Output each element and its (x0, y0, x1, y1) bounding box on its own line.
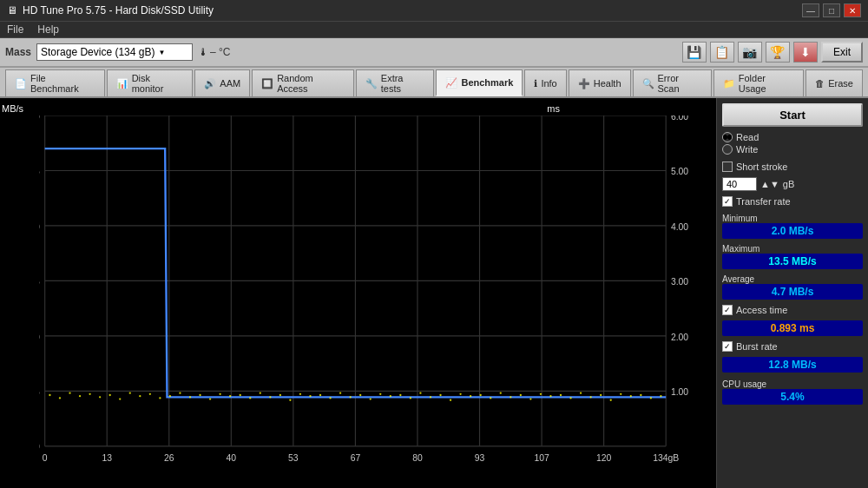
transfer-rate-checkbox[interactable]: ✓ (722, 196, 733, 207)
maximum-value: 13.5 MB/s (722, 254, 863, 269)
svg-text:7.5: 7.5 (39, 277, 40, 287)
transfer-rate-row[interactable]: ✓ Transfer rate (722, 196, 863, 207)
svg-text:26: 26 (164, 453, 174, 463)
svg-text:5.00: 5.00 (671, 167, 688, 176)
svg-point-81 (660, 395, 661, 397)
toolbar-icon-2[interactable]: 📋 (710, 42, 734, 63)
app-icon: 🖥 (7, 4, 17, 16)
tab-info[interactable]: ℹ Info (524, 69, 566, 96)
burst-rate-checkbox[interactable]: ✓ (722, 341, 733, 352)
toolbar-icons: 💾 📋 📷 🏆 ⬇ Exit (682, 42, 863, 63)
toolbar-icon-4[interactable]: 🏆 (766, 42, 790, 63)
tab-extra-tests[interactable]: 🔧 Extra tests (356, 69, 435, 96)
svg-text:80: 80 (412, 453, 423, 463)
radio-read-button[interactable] (722, 132, 733, 142)
tab-erase[interactable]: 🗑 Erase (806, 69, 863, 96)
svg-text:2.5: 2.5 (39, 387, 40, 397)
svg-point-71 (560, 394, 562, 396)
stat-average: Average 4.7 MB/s (722, 273, 863, 300)
device-label: Mass (5, 46, 31, 58)
svg-point-49 (339, 392, 341, 394)
radio-write-button[interactable] (722, 144, 733, 155)
tab-disk-monitor-label: Disk monitor (132, 73, 184, 94)
menu-file[interactable]: File (7, 23, 23, 36)
svg-point-76 (610, 399, 612, 401)
error-scan-icon: 🔍 (642, 78, 654, 89)
toolbar-icon-1[interactable]: 💾 (682, 42, 707, 63)
svg-point-65 (500, 392, 502, 394)
svg-point-52 (370, 398, 372, 399)
tab-folder-usage[interactable]: 📁 Folder Usage (713, 69, 804, 96)
svg-point-74 (589, 396, 591, 398)
svg-point-40 (249, 397, 251, 399)
svg-text:0: 0 (39, 442, 40, 452)
start-button[interactable]: Start (722, 103, 863, 127)
tab-folder-usage-label: Folder Usage (739, 73, 794, 94)
tab-file-benchmark[interactable]: 📄 File Benchmark (5, 69, 105, 96)
svg-point-37 (219, 393, 220, 395)
radio-write[interactable]: Write (722, 144, 863, 155)
svg-point-38 (229, 395, 231, 397)
device-select[interactable]: Storage Device (134 gB) ▼ (36, 43, 193, 61)
svg-point-29 (139, 395, 141, 397)
cpu-usage-label: CPU usage (722, 379, 863, 389)
tab-health[interactable]: ➕ Health (569, 69, 631, 96)
svg-text:1.00: 1.00 (671, 387, 688, 397)
svg-point-30 (149, 393, 151, 395)
minimum-value: 2.0 MB/s (722, 223, 863, 239)
file-benchmark-icon: 📄 (15, 78, 27, 89)
minimize-button[interactable]: — (802, 3, 819, 17)
svg-point-75 (600, 394, 602, 396)
app-title: HD Tune Pro 5.75 - Hard Disk/SSD Utility (23, 4, 214, 16)
toolbar-icon-3[interactable]: 📷 (738, 42, 762, 63)
exit-button[interactable]: Exit (821, 42, 863, 63)
svg-point-78 (630, 395, 632, 397)
cpu-usage-row: CPU usage 5.4% (722, 378, 863, 405)
close-button[interactable]: ✕ (844, 3, 861, 17)
cpu-usage-value: 5.4% (722, 389, 863, 405)
tab-aam-label: AAM (220, 78, 240, 89)
tab-disk-monitor[interactable]: 📊 Disk monitor (107, 69, 194, 96)
svg-point-68 (529, 398, 531, 399)
access-time-row[interactable]: ✓ Access time (722, 305, 863, 315)
tabs-bar: 📄 File Benchmark 📊 Disk monitor 🔊 AAM 🔲 … (0, 68, 868, 98)
folder-usage-icon: 📁 (723, 78, 735, 89)
tab-benchmark[interactable]: 📈 Benchmark (436, 69, 523, 96)
tab-error-scan-label: Error Scan (658, 73, 702, 94)
health-icon: ➕ (578, 78, 590, 89)
svg-point-23 (79, 395, 81, 397)
maximize-button[interactable]: □ (823, 3, 840, 17)
tab-error-scan[interactable]: 🔍 Error Scan (633, 69, 712, 96)
svg-point-22 (69, 392, 70, 394)
svg-point-41 (260, 392, 261, 394)
svg-point-27 (119, 398, 121, 399)
toolbar-icon-5[interactable]: ⬇ (793, 42, 818, 63)
svg-point-25 (99, 396, 101, 398)
minimum-label: Minimum (722, 214, 863, 223)
access-time-checkbox[interactable]: ✓ (722, 305, 733, 315)
svg-point-46 (309, 395, 311, 397)
svg-text:40: 40 (227, 453, 237, 463)
svg-text:12.5: 12.5 (39, 167, 40, 176)
transfer-rate-label: Transfer rate (736, 196, 791, 207)
svg-point-43 (279, 394, 281, 396)
tab-aam[interactable]: 🔊 AAM (194, 69, 250, 96)
spinner-input[interactable] (722, 177, 757, 191)
svg-text:0: 0 (43, 453, 48, 463)
burst-rate-row[interactable]: ✓ Burst rate (722, 341, 863, 352)
burst-rate-label: Burst rate (736, 341, 778, 352)
tab-random-access[interactable]: 🔲 Random Access (252, 69, 354, 96)
chart-svg: 15.0 12.5 10.0 7.5 5.0 2.5 0 6.00 5.00 4… (39, 115, 712, 486)
menu-bar: File Help (0, 22, 868, 38)
erase-icon: 🗑 (815, 78, 825, 89)
svg-text:13: 13 (102, 453, 112, 463)
tab-health-label: Health (594, 78, 621, 89)
svg-point-62 (470, 395, 471, 397)
radio-read[interactable]: Read (722, 132, 863, 142)
short-stroke-checkbox[interactable] (722, 162, 733, 172)
benchmark-icon: 📈 (445, 77, 457, 89)
svg-point-33 (179, 392, 181, 394)
tab-random-access-label: Random Access (277, 73, 345, 94)
menu-help[interactable]: Help (37, 23, 59, 36)
short-stroke-row[interactable]: Short stroke (722, 162, 863, 172)
